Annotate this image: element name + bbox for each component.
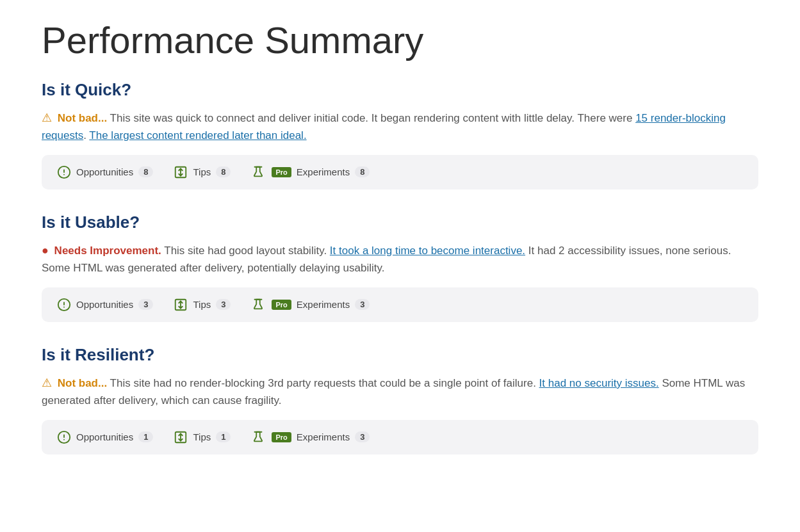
opportunities-icon	[56, 164, 72, 181]
metric-tips[interactable]: Tips8	[172, 164, 231, 181]
experiments-icon	[250, 429, 266, 446]
metrics-bar-usable: Opportunities3 Tips3 ProExperiments3	[42, 287, 758, 322]
description-link[interactable]: The largest content rendered later than …	[89, 129, 306, 141]
metric-label-opportunities: Opportunities	[76, 166, 133, 177]
section-heading-usable: Is it Usable?	[42, 213, 758, 232]
metric-tips[interactable]: Tips1	[172, 429, 231, 446]
section-usable: Is it Usable?● Needs Improvement. This s…	[42, 213, 758, 322]
page-title: Performance Summary	[42, 19, 758, 62]
metric-opportunities[interactable]: Opportunities1	[56, 429, 153, 446]
metric-count-tips: 3	[216, 299, 231, 310]
error-icon: ●	[42, 241, 49, 260]
section-heading-resilient: Is it Resilient?	[42, 345, 758, 365]
section-description-resilient: ⚠ Not bad... This site had no render-blo…	[42, 374, 758, 410]
metric-label-tips: Tips	[193, 299, 211, 310]
experiments-icon	[250, 296, 266, 313]
metric-count-experiments: 3	[355, 299, 370, 310]
pro-badge: Pro	[272, 432, 291, 442]
status-label: Not bad...	[54, 377, 107, 389]
metric-count-tips: 8	[216, 166, 231, 177]
pro-badge: Pro	[272, 300, 291, 310]
warning-icon: ⚠	[42, 109, 52, 127]
metric-count-tips: 1	[216, 431, 231, 442]
metric-tips[interactable]: Tips3	[172, 296, 231, 313]
metric-experiments[interactable]: ProExperiments8	[250, 164, 370, 181]
metric-opportunities[interactable]: Opportunities3	[56, 296, 153, 313]
metric-label-experiments: Experiments	[297, 299, 350, 310]
pro-badge: Pro	[272, 167, 291, 177]
tips-icon	[172, 296, 189, 313]
warning-icon: ⚠	[42, 374, 52, 392]
metric-label-opportunities: Opportunities	[76, 299, 133, 310]
experiments-icon	[250, 164, 266, 181]
metric-count-opportunities: 3	[138, 299, 153, 310]
metrics-bar-quick: Opportunities8 Tips8 ProExperiments8	[42, 155, 758, 189]
metric-label-tips: Tips	[193, 431, 211, 442]
metric-label-experiments: Experiments	[297, 166, 350, 177]
section-description-usable: ● Needs Improvement. This site had good …	[42, 241, 758, 277]
metric-label-opportunities: Opportunities	[76, 431, 133, 442]
status-label: Not bad...	[54, 112, 107, 124]
metric-count-experiments: 3	[355, 431, 370, 442]
metric-opportunities[interactable]: Opportunities8	[56, 164, 153, 181]
opportunities-icon	[56, 429, 72, 446]
section-heading-quick: Is it Quick?	[42, 80, 758, 100]
tips-icon	[172, 429, 189, 446]
section-description-quick: ⚠ Not bad... This site was quick to conn…	[42, 109, 758, 145]
description-link[interactable]: It took a long time to become interactiv…	[330, 245, 525, 257]
metric-count-experiments: 8	[355, 166, 370, 177]
section-quick: Is it Quick?⚠ Not bad... This site was q…	[42, 80, 758, 189]
description-link[interactable]: It had no security issues.	[539, 377, 659, 389]
tips-icon	[172, 164, 189, 181]
metric-experiments[interactable]: ProExperiments3	[250, 296, 370, 313]
metric-label-tips: Tips	[193, 166, 211, 177]
status-label: Needs Improvement.	[51, 245, 161, 257]
metric-label-experiments: Experiments	[297, 431, 350, 442]
opportunities-icon	[56, 296, 72, 313]
metric-count-opportunities: 8	[138, 166, 153, 177]
metrics-bar-resilient: Opportunities1 Tips1 ProExperiments3	[42, 420, 758, 455]
metric-experiments[interactable]: ProExperiments3	[250, 429, 370, 446]
section-resilient: Is it Resilient?⚠ Not bad... This site h…	[42, 345, 758, 455]
metric-count-opportunities: 1	[138, 431, 153, 442]
